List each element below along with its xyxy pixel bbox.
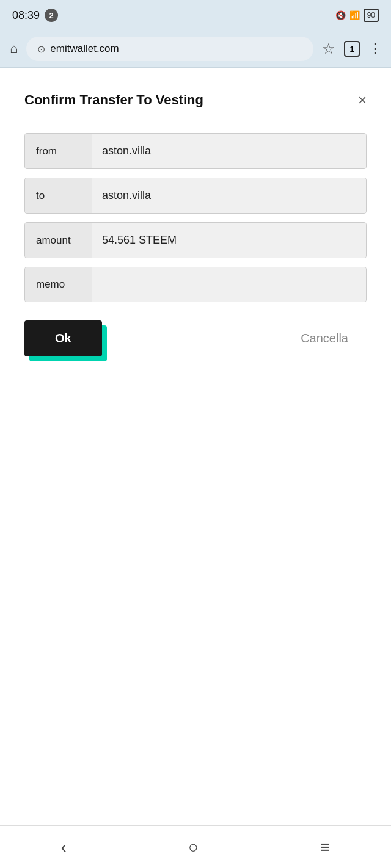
ok-button-wrapper: Ok bbox=[24, 320, 102, 356]
bottom-nav: ‹ ○ ≡ bbox=[0, 825, 391, 868]
status-time: 08:39 bbox=[12, 9, 40, 22]
memo-value bbox=[92, 267, 366, 302]
amount-label: amount bbox=[25, 223, 92, 258]
address-bar[interactable]: ⊙ emitwallet.com bbox=[26, 37, 313, 61]
memo-label: memo bbox=[25, 267, 92, 302]
home-nav-button[interactable]: ○ bbox=[176, 831, 211, 863]
home-button[interactable]: ⌂ bbox=[10, 41, 18, 57]
dialog-title-row: Confirm Transfer To Vesting × bbox=[24, 92, 367, 108]
browser-menu-button[interactable]: ⋮ bbox=[368, 41, 381, 57]
ok-button[interactable]: Ok bbox=[24, 320, 102, 356]
address-text: emitwallet.com bbox=[50, 43, 119, 55]
status-left: 08:39 2 bbox=[12, 9, 58, 22]
to-value: aston.villa bbox=[92, 178, 366, 213]
battery-icon: 90 bbox=[364, 9, 379, 22]
page-content: Confirm Transfer To Vesting × from aston… bbox=[0, 68, 391, 826]
memo-row: memo bbox=[24, 267, 367, 302]
status-right: 🔇 📶 90 bbox=[335, 9, 379, 22]
bookmark-button[interactable]: ☆ bbox=[322, 40, 335, 57]
status-bar: 08:39 2 🔇 📶 90 bbox=[0, 0, 391, 31]
browser-chrome: ⌂ ⊙ emitwallet.com ☆ 1 ⋮ bbox=[0, 31, 391, 68]
cancel-button[interactable]: Cancella bbox=[282, 320, 367, 356]
site-info-icon: ⊙ bbox=[37, 43, 45, 55]
tabs-button[interactable]: 1 bbox=[344, 41, 360, 57]
amount-row: amount 54.561 STEEM bbox=[24, 222, 367, 258]
from-value: aston.villa bbox=[92, 134, 366, 168]
dialog-title: Confirm Transfer To Vesting bbox=[24, 92, 203, 108]
close-button[interactable]: × bbox=[358, 93, 367, 107]
from-row: from aston.villa bbox=[24, 133, 367, 169]
back-button[interactable]: ‹ bbox=[49, 831, 79, 863]
amount-value: 54.561 STEEM bbox=[92, 223, 366, 258]
button-row: Ok Cancella bbox=[24, 320, 367, 356]
to-row: to aston.villa bbox=[24, 178, 367, 214]
notification-badge: 2 bbox=[45, 9, 58, 22]
dialog-card: Confirm Transfer To Vesting × from aston… bbox=[12, 80, 379, 375]
mute-icon: 🔇 bbox=[335, 10, 346, 20]
from-label: from bbox=[25, 134, 92, 168]
menu-nav-button[interactable]: ≡ bbox=[308, 831, 342, 863]
dialog-divider bbox=[24, 118, 367, 118]
to-label: to bbox=[25, 178, 92, 213]
signal-icon: 📶 bbox=[349, 10, 360, 20]
